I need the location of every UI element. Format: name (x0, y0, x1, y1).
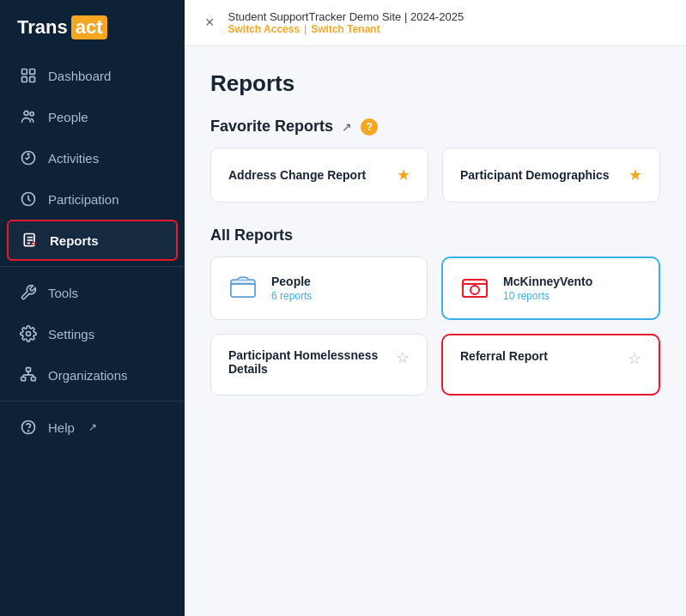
favorite-reports-row: Address Change Report ★ Participant Demo… (210, 148, 660, 202)
close-button[interactable]: × (205, 14, 215, 32)
sidebar-logo: Transact (0, 0, 185, 55)
top-bar-separator: | (304, 23, 307, 35)
svg-point-16 (27, 332, 31, 336)
mckinneyvento-folder-info: McKinneyVento 10 reports (503, 275, 592, 302)
nav-divider-2 (0, 401, 185, 402)
sidebar-item-reports-label: Reports (50, 233, 99, 248)
folder-card-mckinneyvento[interactable]: McKinneyVento 10 reports (441, 257, 660, 320)
svg-rect-3 (30, 77, 35, 82)
switch-access-link[interactable]: Switch Access (228, 23, 301, 35)
sidebar-item-settings-label: Settings (48, 327, 94, 341)
sidebar-item-help-label: Help (48, 420, 75, 435)
sidebar-item-dashboard[interactable]: Dashboard (0, 55, 185, 96)
sidebar-nav: Dashboard People Activities Participatio… (0, 55, 185, 616)
external-link-icon: ↗ (88, 421, 97, 433)
sidebar-item-activities-label: Activities (48, 151, 99, 166)
sidebar-item-people[interactable]: People (0, 96, 185, 137)
favorite-reports-help-icon[interactable]: ? (361, 118, 378, 136)
sidebar-item-settings[interactable]: Settings (0, 313, 185, 354)
svg-point-7 (27, 154, 29, 155)
favorite-reports-external-icon[interactable]: ↗ (342, 120, 352, 134)
star-icon-participant-demographics[interactable]: ★ (628, 166, 642, 184)
report-flat-card-referral-report[interactable]: Referral Report ☆ (441, 334, 660, 396)
people-folder-count: 6 reports (271, 290, 312, 302)
mckinneyvento-folder-name: McKinneyVento (503, 275, 592, 288)
svg-rect-0 (22, 69, 27, 75)
folder-cards-row: People 6 reports McKinneyVento 10 (210, 257, 660, 320)
report-flat-referral-report-label: Referral Report (460, 349, 548, 363)
report-flat-card-participant-homelessness[interactable]: Participant Homelessness Details ☆ (210, 334, 428, 396)
top-bar: × Student SupportTracker Demo Site | 202… (185, 0, 686, 46)
svg-rect-17 (27, 368, 31, 371)
flat-report-cards-row: Participant Homelessness Details ☆ Refer… (210, 334, 660, 396)
mckinneyvento-folder-count: 10 reports (503, 290, 592, 302)
people-folder-icon (227, 272, 259, 305)
people-icon (19, 107, 38, 126)
content-area: Reports Favorite Reports ↗ ? Address Cha… (185, 46, 686, 616)
help-icon (19, 418, 38, 437)
sidebar-item-organizations-label: Organizations (48, 368, 128, 383)
settings-icon (19, 324, 38, 343)
sidebar: Transact Dashboard People Activities Par… (0, 0, 185, 616)
top-bar-title: Student SupportTracker Demo Site | 2024-… (228, 10, 464, 23)
people-folder-name: People (271, 275, 312, 288)
folder-card-people[interactable]: People 6 reports (210, 257, 428, 320)
star-icon-participant-homelessness[interactable]: ☆ (396, 348, 410, 367)
mckinneyvento-folder-icon (458, 272, 491, 305)
dashboard-icon (19, 66, 38, 85)
favorite-reports-header: Favorite Reports ↗ ? (210, 118, 660, 136)
sidebar-item-people-label: People (48, 110, 88, 124)
sidebar-item-participation[interactable]: Participation (0, 178, 185, 220)
reports-icon (21, 231, 39, 250)
main-content: × Student SupportTracker Demo Site | 202… (185, 0, 686, 616)
top-bar-info: Student SupportTracker Demo Site | 2024-… (228, 10, 464, 35)
favorite-reports-title: Favorite Reports (210, 118, 333, 136)
report-card-address-change[interactable]: Address Change Report ★ (210, 148, 428, 202)
svg-rect-18 (21, 377, 26, 381)
report-card-address-change-label: Address Change Report (228, 168, 366, 182)
sidebar-item-tools-label: Tools (48, 286, 78, 300)
people-folder-info: People 6 reports (271, 275, 312, 302)
sidebar-item-reports[interactable]: Reports (7, 220, 178, 261)
participation-icon (19, 190, 38, 208)
svg-point-25 (28, 431, 29, 432)
sidebar-item-organizations[interactable]: Organizations (0, 354, 185, 396)
sidebar-item-participation-label: Participation (48, 192, 119, 207)
star-icon-referral-report[interactable]: ☆ (628, 349, 641, 368)
svg-rect-27 (231, 284, 255, 297)
logo-highlight: act (71, 15, 107, 39)
report-flat-participant-homelessness-label: Participant Homelessness Details (228, 348, 396, 376)
all-reports-header: All Reports (210, 226, 660, 245)
sidebar-item-activities[interactable]: Activities (0, 137, 185, 178)
svg-rect-19 (31, 377, 35, 381)
switch-tenant-link[interactable]: Switch Tenant (311, 23, 379, 35)
svg-rect-1 (30, 69, 35, 75)
svg-point-5 (30, 112, 33, 116)
page-title: Reports (210, 70, 660, 97)
activities-icon (19, 148, 38, 167)
sidebar-item-dashboard-label: Dashboard (48, 69, 111, 83)
logo-prefix: Trans (17, 16, 68, 39)
star-icon-address-change[interactable]: ★ (397, 166, 410, 184)
nav-divider-1 (0, 266, 185, 267)
svg-point-4 (24, 111, 28, 115)
tools-icon (19, 283, 38, 302)
report-card-participant-demographics-label: Participant Demographics (460, 168, 610, 182)
top-bar-links: Switch Access | Switch Tenant (228, 23, 464, 35)
svg-rect-2 (22, 77, 27, 82)
report-card-participant-demographics[interactable]: Participant Demographics ★ (442, 148, 660, 202)
organizations-icon (19, 365, 38, 384)
sidebar-item-tools[interactable]: Tools (0, 272, 185, 313)
all-reports-title: All Reports (210, 226, 293, 245)
sidebar-item-help[interactable]: Help ↗ (0, 407, 185, 448)
